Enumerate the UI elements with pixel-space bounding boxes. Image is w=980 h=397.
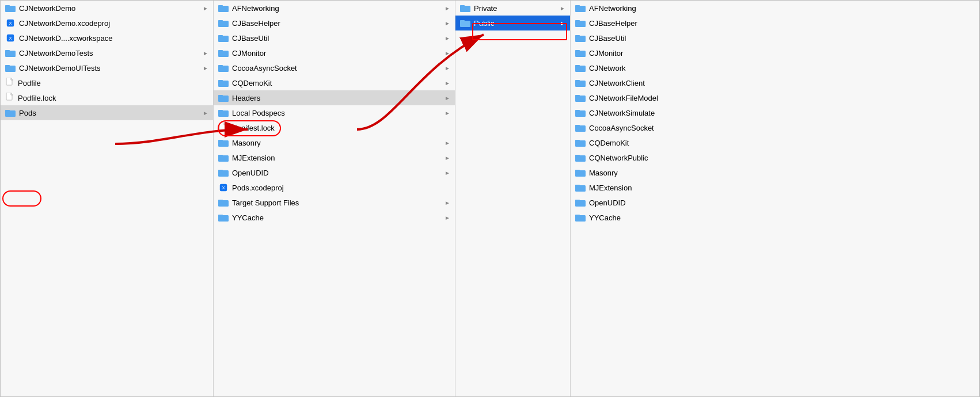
svg-rect-86	[575, 80, 580, 82]
list-item-openudid4[interactable]: OpenUDID	[571, 195, 979, 210]
list-item-pods[interactable]: Pods►	[1, 105, 213, 120]
list-item-cqdemokit[interactable]: CQDemoKit►	[214, 75, 455, 90]
list-item-private[interactable]: Private►	[455, 1, 570, 16]
chevron-icon: ►	[445, 65, 450, 71]
chevron-icon: ►	[203, 5, 208, 12]
item-label: Target Support Files	[232, 199, 445, 207]
list-item-public[interactable]: Public►	[455, 16, 570, 30]
list-item-local-podspecs[interactable]: Local Podspecs►	[214, 105, 455, 120]
list-item-yycache[interactable]: YYCache►	[214, 210, 455, 225]
list-item-target-support-files[interactable]: Target Support Files►	[214, 195, 455, 210]
column-1-content: CJNetworkDemo► X CJNetworkDemo.xcodeproj…	[1, 1, 213, 396]
folder-icon	[218, 64, 229, 72]
finder-window: CJNetworkDemo► X CJNetworkDemo.xcodeproj…	[0, 0, 980, 397]
column-4: AFNetworking CJBaseHelper CJBaseUtil CJM…	[571, 1, 979, 396]
list-item-podfile-lock[interactable]: Podfile.lock	[1, 90, 213, 105]
list-item-mjextension[interactable]: MJExtension►	[214, 150, 455, 165]
list-item-cjbaseutil[interactable]: CJBaseUtil►	[214, 30, 455, 45]
folder-icon	[5, 49, 16, 57]
column-4-content: AFNetworking CJBaseHelper CJBaseUtil CJM…	[571, 1, 979, 396]
chevron-icon: ►	[445, 20, 450, 26]
item-label: Podfile.lock	[18, 94, 208, 102]
list-item-headers[interactable]: Headers►	[214, 90, 455, 105]
list-item-pods-xcodeproj[interactable]: X Pods.xcodeproj	[214, 180, 455, 195]
list-item-cjnetwork4[interactable]: CJNetwork	[571, 60, 979, 75]
svg-rect-92	[575, 110, 580, 112]
chevron-icon: ►	[445, 170, 450, 176]
svg-rect-74	[575, 20, 580, 22]
item-label: Pods.xcodeproj	[232, 184, 450, 192]
list-item-cocoaasyncsocket[interactable]: CocoaAsyncSocket►	[214, 60, 455, 75]
list-item-cjnetworkd-xcworkspace[interactable]: X CJNetworkD....xcworkspace	[1, 30, 213, 45]
list-item-cocoaasyncsocket4[interactable]: CocoaAsyncSocket	[571, 120, 979, 135]
list-item-cjnetworkdemotests[interactable]: CJNetworkDemoTests►	[1, 45, 213, 60]
list-item-cjbasehelper[interactable]: CJBaseHelper►	[214, 16, 455, 30]
item-label: MJExtension	[589, 184, 974, 192]
folder-icon	[460, 19, 470, 27]
list-item-yycache4[interactable]: YYCache	[571, 210, 979, 225]
chevron-icon: ►	[560, 5, 565, 12]
list-item-openudid[interactable]: OpenUDID►	[214, 165, 455, 180]
folder-icon	[575, 34, 586, 42]
list-item-cjnetworksimulate4[interactable]: CJNetworkSimulate	[571, 105, 979, 120]
item-label: CJNetworkDemoUITests	[19, 64, 203, 72]
folder-icon	[575, 213, 586, 222]
list-item-afnetworking[interactable]: AFNetworking►	[214, 1, 455, 16]
column-1: CJNetworkDemo► X CJNetworkDemo.xcodeproj…	[1, 1, 214, 396]
svg-rect-48	[218, 140, 223, 142]
list-item-cjbaseutil4[interactable]: CJBaseUtil	[571, 30, 979, 45]
folder-icon	[575, 49, 586, 57]
item-label: CJNetwork	[589, 64, 974, 72]
chevron-icon: ►	[203, 50, 208, 56]
folder-icon	[218, 154, 229, 162]
folder-icon	[218, 169, 229, 177]
svg-rect-107	[575, 185, 580, 186]
folder-icon	[5, 64, 16, 72]
list-item-mjextension4[interactable]: MJExtension	[571, 180, 979, 195]
item-label: CJNetworkClient	[589, 79, 974, 87]
list-item-cjnetworkfilemodel4[interactable]: CJNetworkFileModel	[571, 90, 979, 105]
item-label: CJMonitor	[589, 49, 974, 58]
item-label: YYCache	[589, 213, 974, 222]
list-item-masonry[interactable]: Masonry►	[214, 135, 455, 150]
xcode-icon: X	[5, 19, 16, 27]
list-item-cjnetworkdemo-xcodeproj[interactable]: X CJNetworkDemo.xcodeproj	[1, 16, 213, 30]
list-item-cjmonitor[interactable]: CJMonitor►	[214, 45, 455, 60]
list-item-cjnetworkclient4[interactable]: CJNetworkClient	[571, 75, 979, 90]
list-item-cjnetworkdemo[interactable]: CJNetworkDemo►	[1, 1, 213, 16]
folder-icon	[218, 94, 229, 102]
item-label: CJNetworkFileModel	[589, 94, 974, 102]
folder-icon	[575, 94, 586, 102]
svg-rect-51	[218, 155, 223, 156]
folder-icon	[575, 79, 586, 87]
list-item-cjnetworkdemouitests[interactable]: CJNetworkDemoUITests►	[1, 60, 213, 75]
folder-icon	[575, 169, 586, 177]
chevron-icon: ►	[445, 155, 450, 161]
item-label: CQDemoKit	[589, 139, 974, 147]
list-item-podfile[interactable]: Podfile	[1, 75, 213, 90]
folder-icon	[218, 199, 229, 207]
svg-rect-113	[575, 215, 580, 216]
folder-icon	[575, 199, 586, 207]
list-item-cjbasehelper4[interactable]: CJBaseHelper	[571, 16, 979, 30]
list-item-manifest-lock[interactable]: Manifest.lock	[214, 120, 455, 135]
item-label: CJMonitor	[232, 49, 445, 58]
list-item-afnetworking4[interactable]: AFNetworking	[571, 1, 979, 16]
folder-icon	[218, 34, 229, 42]
svg-rect-54	[218, 170, 223, 171]
item-label: MJExtension	[232, 154, 445, 162]
svg-rect-31	[218, 50, 223, 52]
list-item-cqnetworkpublic4[interactable]: CQNetworkPublic	[571, 150, 979, 165]
list-item-cjmonitor4[interactable]: CJMonitor	[571, 45, 979, 60]
chevron-icon: ►	[445, 35, 450, 41]
chevron-icon: ►	[445, 50, 450, 56]
svg-rect-95	[575, 125, 580, 127]
folder-icon	[575, 139, 586, 147]
list-item-cqdemokit4[interactable]: CQDemoKit	[571, 135, 979, 150]
chevron-icon: ►	[445, 200, 450, 206]
svg-rect-68	[460, 20, 465, 22]
chevron-icon: ►	[445, 95, 450, 101]
item-label: CQNetworkPublic	[589, 154, 974, 162]
list-item-masonry4[interactable]: Masonry	[571, 165, 979, 180]
item-label: Private	[474, 4, 560, 13]
